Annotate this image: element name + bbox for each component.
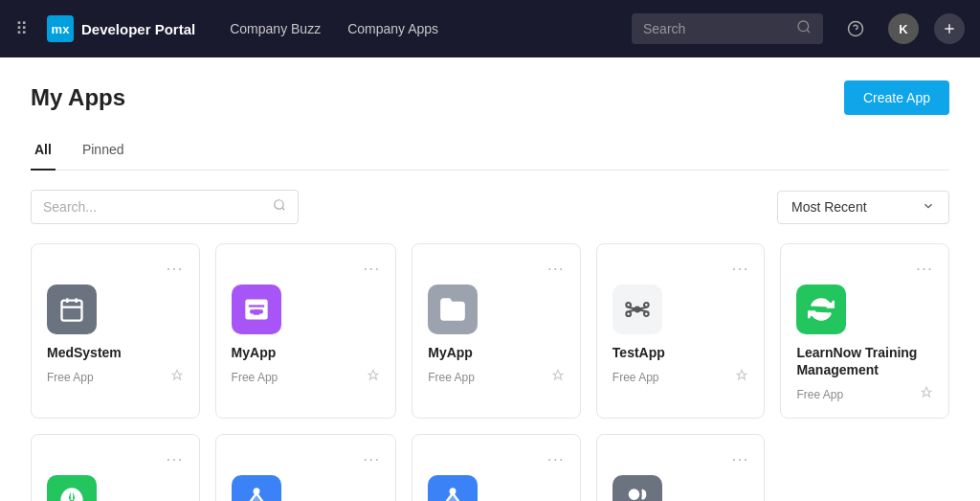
- pin-icon[interactable]: [170, 369, 184, 385]
- svg-rect-15: [253, 309, 259, 315]
- card-menu-dots[interactable]: ···: [547, 450, 565, 467]
- sort-dropdown[interactable]: Most Recent: [777, 191, 949, 224]
- svg-point-23: [644, 311, 649, 316]
- svg-rect-8: [62, 301, 82, 321]
- app-card-summerhill[interactable]: ··· Summerhill Hospital: [412, 434, 581, 501]
- search-icon: [273, 198, 286, 216]
- help-icon[interactable]: [838, 11, 873, 46]
- app-icon-kety: [47, 475, 97, 501]
- chevron-down-icon: [922, 199, 935, 216]
- sort-label: Most Recent: [791, 199, 867, 215]
- svg-point-6: [275, 200, 283, 209]
- tabs: All Pinned: [31, 134, 949, 171]
- card-menu-dots[interactable]: ···: [916, 260, 933, 277]
- page-title: My Apps: [31, 84, 125, 111]
- svg-point-27: [630, 490, 638, 499]
- logo-text: Developer Portal: [81, 21, 195, 37]
- app-icon-firstmedn: [612, 475, 662, 501]
- svg-point-19: [644, 303, 649, 307]
- svg-point-21: [626, 311, 631, 316]
- svg-line-1: [807, 30, 810, 33]
- app-icon-summerhill: [428, 475, 478, 501]
- pin-icon[interactable]: [735, 369, 748, 385]
- app-search-input[interactable]: [43, 199, 265, 215]
- svg-point-25: [254, 490, 258, 494]
- app-icon-mockhr: [232, 475, 281, 501]
- app-name-learnnow: LearnNow Training Management: [796, 344, 933, 378]
- pin-icon[interactable]: [367, 369, 380, 385]
- tab-pinned[interactable]: Pinned: [78, 134, 128, 171]
- app-name-testapp: TestApp: [612, 344, 749, 361]
- card-menu-dots[interactable]: ···: [363, 450, 380, 467]
- nav-company-buzz[interactable]: Company Buzz: [218, 13, 332, 44]
- app-search-field[interactable]: [31, 190, 299, 224]
- card-menu-dots[interactable]: ···: [363, 260, 380, 277]
- app-grid: ··· MedSystem Free App ··· MyApp Free Ap…: [31, 243, 949, 501]
- app-plan-medsystem: Free App: [47, 371, 94, 384]
- app-card-mockhr[interactable]: ··· MockHrService_8_18_0: [215, 434, 397, 501]
- app-card-firstmedn[interactable]: ··· FirstMednApp: [596, 434, 766, 501]
- pin-icon[interactable]: [920, 386, 933, 402]
- app-icon-myapp1: [232, 285, 281, 334]
- app-name-myapp1: MyApp: [232, 344, 381, 361]
- add-button[interactable]: [934, 13, 965, 44]
- navbar-search[interactable]: [632, 13, 823, 44]
- app-card-testapp[interactable]: ··· TestApp Free App: [596, 243, 766, 419]
- app-plan-myapp1: Free App: [232, 371, 278, 384]
- card-menu-dots[interactable]: ···: [731, 450, 748, 467]
- logo[interactable]: mx Developer Portal: [47, 15, 195, 42]
- card-menu-dots[interactable]: ···: [547, 260, 565, 277]
- navbar-nav: Company Buzz Company Apps: [218, 13, 450, 44]
- grid-icon[interactable]: ⠿: [15, 18, 28, 39]
- filter-bar: Most Recent: [31, 190, 949, 224]
- user-avatar[interactable]: K: [888, 13, 919, 44]
- tab-all[interactable]: All: [31, 134, 56, 171]
- svg-point-17: [626, 303, 631, 307]
- navbar-search-input[interactable]: [643, 21, 789, 36]
- app-icon-myapp2: [428, 285, 478, 334]
- app-name-medsystem: MedSystem: [47, 344, 184, 361]
- app-name-myapp2: MyApp: [428, 344, 565, 361]
- app-icon-learnnow: [796, 285, 846, 334]
- nav-company-apps[interactable]: Company Apps: [336, 13, 450, 44]
- app-icon-medsystem: [47, 285, 97, 334]
- app-icon-testapp: [612, 285, 662, 334]
- create-app-button[interactable]: Create App: [844, 80, 949, 115]
- app-card-medsystem[interactable]: ··· MedSystem Free App: [31, 243, 200, 419]
- app-plan-myapp2: Free App: [428, 371, 475, 384]
- svg-point-0: [798, 21, 809, 32]
- card-menu-dots[interactable]: ···: [167, 260, 184, 277]
- page-header: My Apps Create App: [31, 80, 949, 115]
- app-plan-learnnow: Free App: [796, 388, 843, 401]
- pin-icon[interactable]: [551, 369, 565, 385]
- card-menu-dots[interactable]: ···: [167, 450, 184, 467]
- app-card-kety[interactable]: ··· Kety: [31, 434, 200, 501]
- app-card-learnnow[interactable]: ··· LearnNow Training Management Free Ap…: [780, 243, 949, 419]
- svg-line-7: [282, 208, 285, 211]
- app-plan-testapp: Free App: [612, 371, 659, 384]
- navbar: ⠿ mx Developer Portal Company Buzz Compa…: [0, 0, 980, 57]
- main-content: My Apps Create App All Pinned Most Recen…: [0, 57, 980, 501]
- card-menu-dots[interactable]: ···: [731, 260, 748, 277]
- app-card-myapp2[interactable]: ··· MyApp Free App: [412, 243, 581, 419]
- logo-icon: mx: [47, 15, 74, 42]
- svg-point-26: [451, 490, 456, 494]
- app-card-myapp1[interactable]: ··· MyApp Free App: [215, 243, 397, 419]
- navbar-search-icon: [796, 19, 812, 38]
